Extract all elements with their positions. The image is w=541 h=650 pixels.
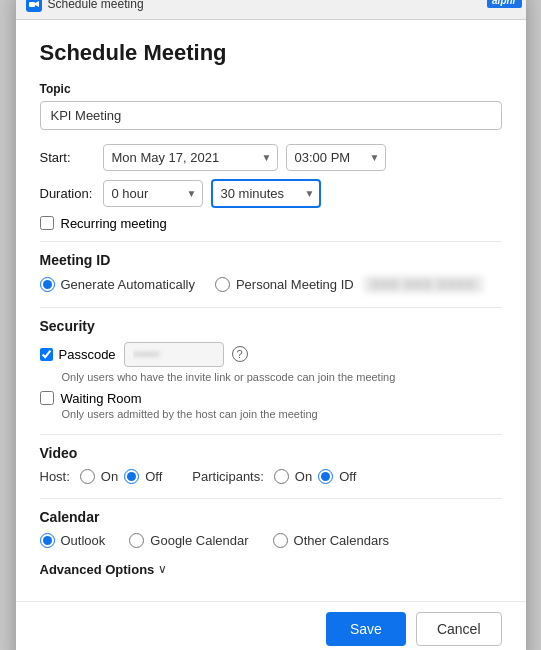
main-content: Schedule Meeting Topic Start: Mon May 17… — [16, 20, 526, 601]
host-off-radio[interactable] — [124, 469, 139, 484]
host-off-label: Off — [145, 469, 162, 484]
calendar-other-radio[interactable] — [273, 533, 288, 548]
participants-off-label: Off — [339, 469, 356, 484]
participants-off-item: Off — [318, 469, 356, 484]
calendar-outlook-label: Outlook — [61, 533, 106, 548]
recurring-row: Recurring meeting — [40, 216, 502, 231]
duration-label: Duration: — [40, 186, 95, 201]
meeting-id-section: Meeting ID Generate Automatically Person… — [40, 252, 502, 293]
divider-1 — [40, 241, 502, 242]
passcode-row: Passcode ? — [40, 342, 502, 367]
video-title: Video — [40, 445, 502, 461]
meeting-id-radio-row: Generate Automatically Personal Meeting … — [40, 276, 502, 293]
duration-hour-select[interactable]: 0 hour 1 hour — [103, 180, 203, 207]
waiting-room-checkbox[interactable] — [40, 391, 54, 405]
titlebar-title: Schedule meeting — [48, 0, 144, 11]
recurring-checkbox[interactable] — [40, 216, 54, 230]
schedule-meeting-window: Schedule meeting ✕ alphr Schedule Meetin… — [16, 0, 526, 650]
duration-minutes-select[interactable]: 30 minutes 15 minutes 45 minutes — [211, 179, 321, 208]
host-label: Host: — [40, 469, 70, 484]
meeting-id-personal-label: Personal Meeting ID — [236, 277, 354, 292]
duration-row: Duration: 0 hour 1 hour ▼ 30 minutes 15 … — [40, 179, 502, 208]
host-on-item: On — [80, 469, 118, 484]
calendar-google-radio[interactable] — [129, 533, 144, 548]
meeting-id-auto-radio[interactable] — [40, 277, 55, 292]
calendar-section: Calendar Outlook Google Calendar Other C… — [40, 509, 502, 548]
svg-rect-0 — [29, 2, 35, 7]
video-section: Video Host: On Off Participants: On — [40, 445, 502, 484]
start-time-wrap: 03:00 PM ▼ — [286, 144, 386, 171]
cancel-button[interactable]: Cancel — [416, 612, 502, 646]
save-button[interactable]: Save — [326, 612, 406, 646]
zoom-icon — [26, 0, 42, 12]
calendar-outlook-radio[interactable] — [40, 533, 55, 548]
passcode-input[interactable] — [124, 342, 224, 367]
calendar-other-label: Other Calendars — [294, 533, 389, 548]
meeting-id-auto-label: Generate Automatically — [61, 277, 195, 292]
topic-section: Topic — [40, 82, 502, 130]
passcode-help-icon[interactable]: ? — [232, 346, 248, 362]
calendar-row: Outlook Google Calendar Other Calendars — [40, 533, 502, 548]
duration-hour-wrap: 0 hour 1 hour ▼ — [103, 180, 203, 207]
calendar-outlook-item: Outlook — [40, 533, 106, 548]
start-date-select[interactable]: Mon May 17, 2021 — [103, 144, 278, 171]
host-off-item: Off — [124, 469, 162, 484]
start-date-wrap: Mon May 17, 2021 ▼ — [103, 144, 278, 171]
start-label: Start: — [40, 150, 95, 165]
meeting-id-personal-item: Personal Meeting ID 999 999 9999 — [215, 276, 483, 293]
video-row: Host: On Off Participants: On Off — [40, 469, 502, 484]
passcode-hint: Only users who have the invite link or p… — [62, 371, 502, 383]
advanced-options-row[interactable]: Advanced Options ∨ — [40, 562, 502, 577]
participants-on-label: On — [295, 469, 312, 484]
meeting-id-personal-radio[interactable] — [215, 277, 230, 292]
participants-off-radio[interactable] — [318, 469, 333, 484]
topic-label: Topic — [40, 82, 502, 96]
waiting-room-row: Waiting Room — [40, 391, 502, 406]
security-title: Security — [40, 318, 502, 334]
footer-buttons: Save Cancel — [16, 601, 526, 651]
passcode-check-group: Passcode — [40, 347, 116, 362]
waiting-room-label: Waiting Room — [61, 391, 142, 406]
calendar-google-label: Google Calendar — [150, 533, 248, 548]
recurring-label: Recurring meeting — [61, 216, 167, 231]
meeting-id-auto-item: Generate Automatically — [40, 277, 195, 292]
personal-id-value: 999 999 9999 — [364, 276, 484, 293]
divider-3 — [40, 434, 502, 435]
waiting-room-hint: Only users admitted by the host can join… — [62, 408, 502, 420]
host-on-radio[interactable] — [80, 469, 95, 484]
passcode-label: Passcode — [59, 347, 116, 362]
calendar-title: Calendar — [40, 509, 502, 525]
brand-logo: alphr — [487, 0, 521, 8]
participants-on-item: On — [274, 469, 312, 484]
start-row: Start: Mon May 17, 2021 ▼ 03:00 PM ▼ — [40, 144, 502, 171]
page-title: Schedule Meeting — [40, 40, 502, 66]
titlebar: Schedule meeting ✕ alphr — [16, 0, 526, 20]
calendar-google-item: Google Calendar — [129, 533, 248, 548]
topic-input[interactable] — [40, 101, 502, 130]
participants-label: Participants: — [192, 469, 264, 484]
titlebar-left: Schedule meeting — [26, 0, 144, 12]
host-on-label: On — [101, 469, 118, 484]
advanced-options-label: Advanced Options — [40, 562, 155, 577]
meeting-id-title: Meeting ID — [40, 252, 502, 268]
svg-marker-1 — [35, 1, 39, 7]
chevron-down-icon: ∨ — [158, 562, 167, 576]
divider-2 — [40, 307, 502, 308]
start-time-select[interactable]: 03:00 PM — [286, 144, 386, 171]
passcode-checkbox[interactable] — [40, 348, 53, 361]
calendar-other-item: Other Calendars — [273, 533, 389, 548]
participants-on-radio[interactable] — [274, 469, 289, 484]
duration-minutes-wrap: 30 minutes 15 minutes 45 minutes ▼ — [211, 179, 321, 208]
divider-4 — [40, 498, 502, 499]
security-section: Security Passcode ? Only users who have … — [40, 318, 502, 420]
